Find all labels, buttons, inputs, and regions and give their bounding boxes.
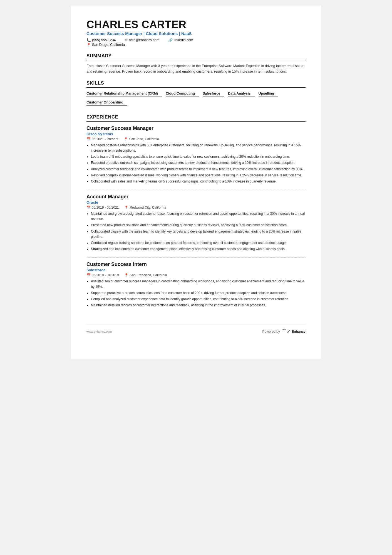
powered-by-text: Powered by xyxy=(262,330,280,334)
skill-tag: Data Analysis xyxy=(228,90,255,97)
bullet-item: Conducted regular training sessions for … xyxy=(91,240,306,246)
footer-website: www.enhancv.com xyxy=(86,330,112,333)
skills-heading: SKILLS xyxy=(86,80,306,88)
summary-text: Enthusiastic Customer Success Manager wi… xyxy=(86,63,306,74)
job-meta: 📅 05/2019 - 05/2021📍 Redwood City, Calif… xyxy=(86,206,306,209)
job-block: Customer Success InternSalesforce📅 06/20… xyxy=(86,262,306,314)
calendar-icon: 📅 xyxy=(86,206,91,209)
contact-row-2: 📍 San Diego, California xyxy=(86,43,306,47)
bullet-item: Assisted senior customer success manager… xyxy=(91,279,306,289)
contact-row-1: 📞 (555) 555-1234 ✉ help@enhancv.com 🔗 li… xyxy=(86,38,306,42)
skill-tag: Upselling xyxy=(259,90,278,97)
enhancv-brand: ⌒✓ Enhancv xyxy=(282,328,306,335)
skill-tag: Salesforce xyxy=(203,90,224,97)
job-block: Account ManagerOracle📅 05/2019 - 05/2021… xyxy=(86,194,306,258)
candidate-name: CHARLES CARTER xyxy=(86,19,306,31)
footer-logo: Powered by ⌒✓ Enhancv xyxy=(262,328,306,335)
page-footer: www.enhancv.com Powered by ⌒✓ Enhancv xyxy=(86,325,306,335)
location-text: Redwood City, California xyxy=(130,206,166,209)
experience-heading: EXPERIENCE xyxy=(86,114,306,122)
job-location: 📍 Redwood City, California xyxy=(124,206,166,209)
experience-section: EXPERIENCE Customer Success ManagerCisco… xyxy=(86,114,306,314)
location-text: San Francisco, California xyxy=(130,273,167,277)
job-bullets-list: Assisted senior customer success manager… xyxy=(86,279,306,308)
location-pin-icon: 📍 xyxy=(124,206,128,209)
link-icon: 🔗 xyxy=(168,38,173,42)
job-meta: 📅 06/2018 - 04/2019📍 San Francisco, Cali… xyxy=(86,273,306,277)
bullet-item: Maintained detailed records of customer … xyxy=(91,303,306,308)
bullet-item: Resolved complex customer-related issues… xyxy=(91,173,306,178)
skill-tag: Customer Relationship Management (CRM) xyxy=(86,90,162,97)
jobs-container: Customer Success ManagerCisco Systems📅 0… xyxy=(86,125,306,314)
phone-icon: 📞 xyxy=(86,38,91,42)
company-name: Oracle xyxy=(86,200,306,204)
skills-container: Customer Relationship Management (CRM)Cl… xyxy=(86,90,306,108)
linkedin-url: linkedin.com xyxy=(174,38,193,42)
email-icon: ✉ xyxy=(125,38,128,42)
skill-tag: Customer Onboarding xyxy=(86,99,127,106)
email-contact: ✉ help@enhancv.com xyxy=(125,38,159,42)
bullet-item: Compiled and analyzed customer experienc… xyxy=(91,297,306,302)
job-title: Customer Success Intern xyxy=(86,262,306,267)
job-bullets-list: Maintained and grew a designated custome… xyxy=(86,211,306,252)
job-dates: 📅 05/2019 - 05/2021 xyxy=(86,206,119,209)
summary-section: SUMMARY Enthusiastic Customer Success Ma… xyxy=(86,53,306,74)
bullet-item: Analyzed customer feedback and collabora… xyxy=(91,167,306,172)
job-location: 📍 San Francisco, California xyxy=(124,273,167,277)
email-address: help@enhancv.com xyxy=(129,38,159,42)
bullet-item: Executed proactive outreach campaigns in… xyxy=(91,160,306,166)
enhancv-logo-icon: ⌒✓ xyxy=(282,328,291,335)
header: CHARLES CARTER Customer Success Manager … xyxy=(86,19,306,47)
company-name: Cisco Systems xyxy=(86,132,306,136)
bullet-item: Collaborated with sales and marketing te… xyxy=(91,179,306,184)
location-pin-icon: 📍 xyxy=(124,273,128,277)
phone-number: (555) 555-1234 xyxy=(92,38,116,42)
bullet-item: Presented new product solutions and enha… xyxy=(91,223,306,228)
skill-tag: Cloud Computing xyxy=(166,90,199,97)
location-contact: 📍 San Diego, California xyxy=(86,43,125,47)
enhancv-brand-name: Enhancv xyxy=(292,330,306,334)
resume-page: CHARLES CARTER Customer Success Manager … xyxy=(71,6,321,359)
location-text: San Diego, California xyxy=(92,43,125,47)
bullet-item: Managed post-sale relationships with 50+… xyxy=(91,143,306,153)
phone-contact: 📞 (555) 555-1234 xyxy=(86,38,116,42)
bullet-item: Collaborated closely with the sales team… xyxy=(91,229,306,240)
company-name: Salesforce xyxy=(86,268,306,272)
candidate-title: Customer Success Manager | Cloud Solutio… xyxy=(86,31,306,36)
calendar-icon: 📅 xyxy=(86,273,91,277)
job-title: Account Manager xyxy=(86,194,306,200)
location-pin-icon: 📍 xyxy=(124,137,128,141)
dates-text: 05/2019 - 05/2021 xyxy=(92,206,119,209)
job-bullets-list: Managed post-sale relationships with 50+… xyxy=(86,143,306,184)
job-meta: 📅 06/2021 - Present📍 San Jose, Californi… xyxy=(86,137,306,141)
calendar-icon: 📅 xyxy=(86,137,91,141)
summary-heading: SUMMARY xyxy=(86,53,306,60)
location-icon: 📍 xyxy=(86,43,91,47)
job-dates: 📅 06/2018 - 04/2019 xyxy=(86,273,119,277)
linkedin-contact[interactable]: 🔗 linkedin.com xyxy=(168,38,193,42)
dates-text: 06/2018 - 04/2019 xyxy=(92,273,119,277)
job-title: Customer Success Manager xyxy=(86,125,306,131)
job-location: 📍 San Jose, California xyxy=(124,137,159,141)
skills-section: SKILLS Customer Relationship Management … xyxy=(86,80,306,108)
job-block: Customer Success ManagerCisco Systems📅 0… xyxy=(86,125,306,190)
bullet-item: Maintained and grew a designated custome… xyxy=(91,211,306,222)
dates-text: 06/2021 - Present xyxy=(92,137,118,141)
bullet-item: Strategized and implemented customer eng… xyxy=(91,246,306,252)
bullet-item: Led a team of 5 onboarding specialists t… xyxy=(91,154,306,159)
bullet-item: Supported proactive outreach communicati… xyxy=(91,290,306,296)
job-dates: 📅 06/2021 - Present xyxy=(86,137,118,141)
location-text: San Jose, California xyxy=(129,137,159,141)
